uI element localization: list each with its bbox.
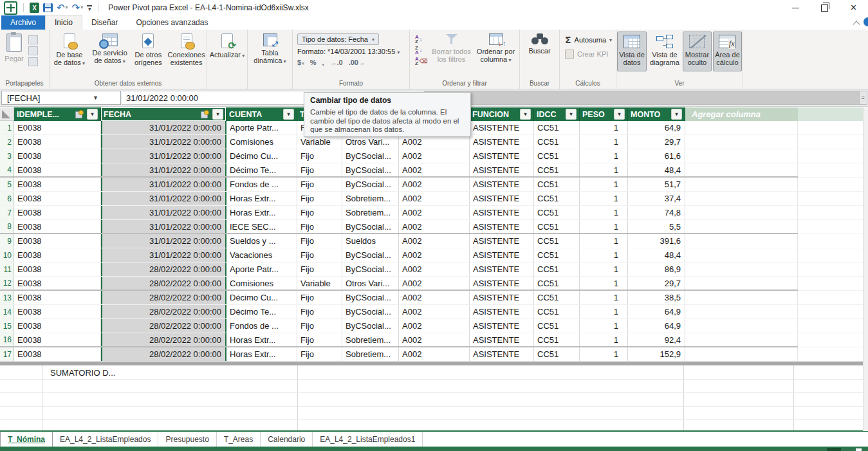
cell-col0[interactable]: E0038	[14, 347, 101, 361]
cell-add-column[interactable]	[685, 192, 798, 205]
cell-col6[interactable]: ASISTENTE	[470, 234, 534, 248]
cell-col9[interactable]: 38,5	[628, 291, 685, 304]
row-number[interactable]: 15	[0, 319, 14, 333]
cell-add-column[interactable]	[685, 277, 798, 290]
row-number[interactable]: 17	[0, 347, 14, 361]
cell-col4[interactable]: Sueldos	[342, 234, 399, 248]
cell-col0[interactable]: E0038	[14, 234, 101, 248]
cell-col1[interactable]: 31/01/2022 0:00:00	[101, 163, 226, 176]
paste-button[interactable]: Pegar	[0, 30, 28, 72]
cell-col4[interactable]: Sobretiem...	[342, 206, 399, 219]
percent-format-button[interactable]: %	[310, 59, 317, 66]
minimize-button[interactable]	[781, 0, 810, 15]
filter-dropdown-icon[interactable]: ▾	[87, 109, 98, 120]
filter-dropdown-icon[interactable]: ▾	[566, 109, 577, 120]
row-number[interactable]: 11	[0, 262, 14, 276]
cell-col9[interactable]: 37,4	[628, 192, 685, 205]
cell-col2[interactable]: Fondos de ...	[226, 319, 297, 333]
sheet-tab-t-areas[interactable]: T_Areas	[217, 432, 261, 447]
clear-sort-icon[interactable]: AZ⌫	[415, 57, 428, 66]
cell-add-column[interactable]	[685, 149, 798, 163]
row-number[interactable]: 9	[0, 234, 14, 248]
cell-col3[interactable]: Variable	[297, 277, 342, 290]
row-number[interactable]: 12	[0, 277, 14, 290]
cell-col7[interactable]: CC51	[534, 234, 580, 248]
vista-de-diagrama-button[interactable]: Vista de diagrama	[648, 32, 681, 71]
cell-col6[interactable]: ASISTENTE	[470, 347, 534, 361]
sheet-tab-calendario[interactable]: Calendario	[261, 432, 313, 447]
vertical-scrollbar[interactable]	[863, 107, 868, 431]
cell-col2[interactable]: IECE SEC...	[226, 220, 297, 233]
close-button[interactable]: ×	[839, 0, 868, 15]
mostrar-oculto-button[interactable]: Mostrar oculto	[683, 32, 712, 71]
cell-col8[interactable]: 1	[580, 319, 628, 333]
cell-col6[interactable]: ASISTENTE	[470, 319, 534, 333]
filter-dropdown-icon[interactable]: ▾	[520, 109, 531, 120]
autosuma-button[interactable]: Σ Autosuma▾	[565, 35, 616, 45]
cell-col0[interactable]: E0038	[14, 319, 101, 333]
cell-col7[interactable]: CC51	[534, 135, 580, 149]
cell-col4[interactable]: ByCSocial...	[342, 262, 399, 276]
cell-col4[interactable]: ByCSocial...	[342, 220, 399, 233]
cell-col2[interactable]: Aporte Patr...	[226, 262, 297, 276]
cell-col6[interactable]: ASISTENTE	[470, 163, 534, 176]
cell-col4[interactable]: Sobretiem...	[342, 333, 399, 346]
sheet-tab-ea-l4-2-listaempleados1[interactable]: EA_L4_2_ListaEmpleados1	[313, 432, 423, 447]
cell-col0[interactable]: E0038	[14, 149, 101, 163]
cell-col6[interactable]: ASISTENTE	[470, 135, 534, 149]
cell-add-column[interactable]	[685, 178, 798, 191]
cell-col9[interactable]: 64,9	[628, 121, 685, 134]
row-number[interactable]: 2	[0, 135, 14, 149]
de-otros-origenes-button[interactable]: De otros orígenes	[130, 30, 166, 72]
cell-col6[interactable]: ASISTENTE	[470, 149, 534, 163]
de-base-de-datos-button[interactable]: De base de datos	[50, 30, 89, 72]
cell-col7[interactable]: CC51	[534, 192, 580, 205]
conexiones-existentes-button[interactable]: Conexiones existentes	[166, 30, 207, 72]
cell-col9[interactable]: 74,8	[628, 206, 685, 219]
cell-col6[interactable]: ASISTENTE	[470, 277, 534, 290]
paste-append-icon[interactable]	[28, 35, 38, 44]
cell-col5[interactable]: A002	[399, 163, 470, 176]
cell-add-column[interactable]	[685, 248, 798, 262]
filter-dropdown-icon[interactable]: ▾	[212, 109, 223, 120]
cell-col4[interactable]: ByCSocial...	[342, 291, 399, 304]
column-header-idcc[interactable]: IDCC▾	[534, 107, 580, 121]
cell-col3[interactable]: Fijo	[297, 262, 342, 276]
cell-col5[interactable]: A002	[399, 262, 470, 276]
cell-col1[interactable]: 31/01/2022 0:00:00	[101, 234, 226, 248]
cell-add-column[interactable]	[685, 206, 798, 219]
column-header-fecha[interactable]: FECHA▾	[101, 107, 226, 121]
decrease-decimals-button[interactable]: .00→	[349, 59, 365, 66]
cell-col3[interactable]: Fijo	[297, 163, 342, 176]
cell-col7[interactable]: CC51	[534, 163, 580, 176]
cell-col7[interactable]: CC51	[534, 121, 580, 134]
cell-add-column[interactable]	[685, 319, 798, 333]
cell-add-column[interactable]	[685, 135, 798, 149]
cell-add-column[interactable]	[685, 163, 798, 176]
cell-col9[interactable]: 391,6	[628, 234, 685, 248]
cell-col0[interactable]: E0038	[14, 277, 101, 290]
cell-col2[interactable]: Horas Extr...	[226, 192, 297, 205]
cell-col3[interactable]: Fijo	[297, 291, 342, 304]
cell-col4[interactable]: ByCSocial...	[342, 178, 399, 191]
cell-col2[interactable]: Décimo Cu...	[226, 291, 297, 304]
cell-col5[interactable]: A002	[399, 135, 470, 149]
cell-col6[interactable]: ASISTENTE	[470, 121, 534, 134]
redo-button[interactable]: ↷▾	[72, 3, 84, 12]
cell-col4[interactable]: ByCSocial...	[342, 248, 399, 262]
cell-col8[interactable]: 1	[580, 163, 628, 176]
name-box[interactable]: [FECHA] ▼	[1, 91, 121, 105]
cell-col8[interactable]: 1	[580, 121, 628, 134]
cell-col1[interactable]: 28/02/2022 0:00:00	[101, 291, 226, 304]
select-all-corner[interactable]	[0, 107, 14, 121]
calculation-area[interactable]: SUMATORIO D...	[0, 365, 863, 431]
cell-col4[interactable]: ByCSocial...	[342, 305, 399, 318]
cell-col7[interactable]: CC51	[534, 178, 580, 191]
cell-col6[interactable]: ASISTENTE	[470, 192, 534, 205]
cell-add-column[interactable]	[685, 347, 798, 361]
cell-add-column[interactable]	[685, 262, 798, 276]
cell-col6[interactable]: ASISTENTE	[470, 291, 534, 304]
tipo-de-datos-dropdown[interactable]: Tipo de datos: Fecha▾	[297, 33, 379, 45]
cell-col5[interactable]: A002	[399, 206, 470, 219]
sheet-tab-presupuesto[interactable]: Presupuesto	[158, 432, 216, 447]
